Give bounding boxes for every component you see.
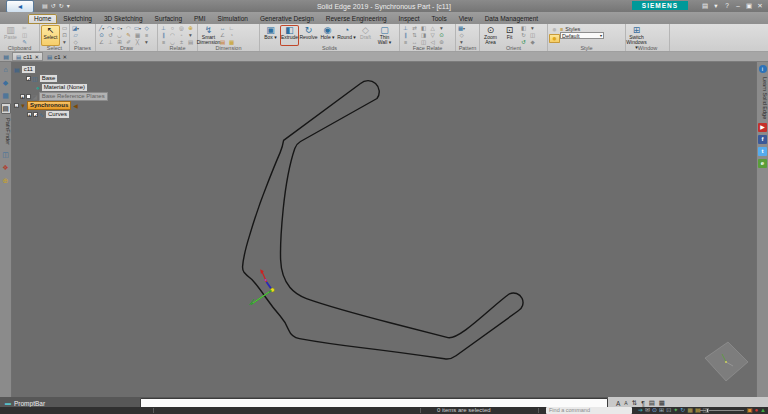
facebook-icon[interactable]: f [758,135,767,144]
close-tab-icon[interactable]: ✕ [63,54,68,60]
extrude-button[interactable]: ◧Extrude [280,25,299,46]
save-icon[interactable]: ▤ [42,1,48,11]
hole-button[interactable]: ◉Hole ▾ [318,25,337,46]
tab-tools[interactable]: Tools [425,14,452,24]
undo-icon[interactable]: ↺ [51,1,56,11]
smart-dimension-button[interactable]: ↯Smart Dimension [199,25,218,46]
shaded-style-icon[interactable]: ● [549,25,560,34]
mirror-pattern-icon[interactable]: ◇ [457,32,466,39]
tree-checkbox[interactable]: ✓ [26,76,31,81]
line-tool-icon[interactable]: ╱▾ [97,25,106,32]
rectangular-pattern-icon[interactable]: ▦▾ [457,25,466,32]
circle-tool-icon[interactable]: ○▾ [115,25,124,32]
round-button[interactable]: ◔Round ▾ [337,25,356,46]
pencil-tool-icon[interactable]: ✎ [124,32,133,39]
tab-home[interactable]: Home [28,14,57,24]
draft-button[interactable]: ◇Draft [356,25,375,46]
face-down-icon[interactable]: ▽ [428,32,437,39]
lock-relation-icon[interactable]: ⊕ [186,25,195,32]
curve-tool-icon[interactable]: ◡ [115,32,124,39]
switch-windows-button[interactable]: ⊞Switch Windows ▾ [627,25,646,46]
redo-icon[interactable]: ↻ [59,1,64,11]
copy-icon[interactable]: ◫ [20,32,29,39]
tree-expander-icon[interactable]: − [14,103,19,108]
info-icon[interactable]: i [759,65,767,73]
tree-checkbox[interactable]: ✓ [33,112,38,117]
zoom-area-icon[interactable]: ⊞ [659,407,664,414]
tab-view[interactable]: View [453,14,479,24]
select-fence-icon[interactable]: ⊡ [60,32,69,39]
style-select[interactable]: Default▾ [560,32,604,39]
layers-icon[interactable]: ▦ [1,90,11,101]
family-of-parts-icon[interactable]: ❖ [1,162,11,173]
scroll-icon[interactable]: ⇅ [632,399,637,407]
revolve-button[interactable]: ↻Revolve [299,25,318,46]
zoom-slider[interactable] [700,410,744,411]
face-align-icon[interactable]: ⇅ [410,32,419,39]
tree-item-label[interactable]: c11 [21,65,36,74]
box-button[interactable]: ▣Box ▾ [261,25,280,46]
customize-ribbon-icon[interactable]: ▤ [701,1,709,11]
distance-between-icon[interactable]: ↔ [218,25,227,32]
point-tool-icon[interactable]: ⊙ [97,32,106,39]
face-ground-icon[interactable]: ⊙ [437,32,446,39]
grid-icon[interactable]: ▦ [659,399,665,407]
concentric-relation-icon[interactable]: ◠ [168,32,177,39]
tab-generative-design[interactable]: Generative Design [254,14,320,24]
cut-icon[interactable]: ✂ [20,25,29,32]
close-tab-icon[interactable]: ✕ [34,54,39,60]
angle-between-icon[interactable]: ∠ [218,32,227,39]
prompt-assistant-icon[interactable]: ⌂ [1,64,11,75]
dock-icon[interactable]: ▤ [649,399,655,407]
rotate-icon[interactable]: ↻ [680,407,685,414]
face-left-icon[interactable]: ◧ [419,25,428,32]
document-tab-c1[interactable]: ▤c1✕ [43,52,71,61]
horizontal-relation-icon[interactable]: ◦ [177,32,186,39]
pathfinder-item-c11[interactable]: ▤c11 [13,65,108,74]
feature-library-icon[interactable]: ◫ [1,149,11,160]
tab-surfacing[interactable]: Surfacing [149,14,188,24]
twitter-icon[interactable]: t [758,147,767,156]
pathfinder-item-base[interactable]: ✓◫Base [13,74,108,83]
tree-item-label[interactable]: Synchronous [27,101,71,110]
connect-relation-icon[interactable]: ◎ [177,25,186,32]
tab-3d-sketching[interactable]: 3D Sketching [98,14,149,24]
sketch-view-icon[interactable]: ◫ [528,32,537,39]
quick-access-dropdown-icon[interactable]: ▾ [67,1,70,11]
styles-button[interactable]: ≡Styles [560,25,604,32]
arc-tool-icon[interactable]: ◠▾ [106,25,115,32]
command-finder-icon[interactable]: ◆ [1,77,11,88]
diameter-dimension-icon[interactable]: ◔ [227,32,236,39]
tree-checkbox[interactable] [26,94,31,99]
view-style-icon[interactable]: ▦ [687,407,693,414]
left-dock-label[interactable]: PathFinder [1,118,11,145]
community-icon[interactable]: e [758,159,767,168]
command-arrow-icon[interactable]: ➔ [638,407,643,414]
app-button[interactable]: ◄ [6,0,34,13]
tree-item-label[interactable]: Material (None) [41,83,88,92]
fit-icon[interactable]: ⊡ [666,407,671,414]
document-tab-c11[interactable]: ▤c11✕ [12,52,43,61]
pattern-fill-icon[interactable]: ▦ [133,32,142,39]
find-command-input[interactable]: Find a command [546,407,632,414]
message-icon[interactable]: ✉ [645,407,650,414]
zoom-area-button[interactable]: ⊙Zoom Area [481,25,500,46]
plane-normal-icon[interactable]: ▱ [71,32,80,39]
zoom-icon[interactable]: ⊙ [652,407,657,414]
face-parallel-icon[interactable]: ∥ [401,32,410,39]
paste-button[interactable]: ▥Paste [1,25,20,46]
view-more-icon[interactable]: ▾ [528,25,537,32]
customization-icon[interactable]: ⊕ [1,175,11,186]
offset-tool-icon[interactable]: ≡ [142,32,151,39]
tab-reverse-engineering[interactable]: Reverse Engineering [320,14,393,24]
pathfinder-item-material-none-[interactable]: ●Material (None) [13,83,108,92]
minimize-ribbon-icon[interactable]: ▾ [712,1,720,11]
rotate-tool-icon[interactable]: ↺ [106,32,115,39]
shaded-edges-style-icon[interactable]: ● [549,34,560,43]
tab-simulation[interactable]: Simulation [212,14,254,24]
pathfinder-icon[interactable]: ▤ [1,103,11,114]
youtube-icon[interactable]: ▶ [758,123,767,132]
tree-item-label[interactable]: Base [39,74,59,83]
face-more-icon[interactable]: ▾ [437,25,446,32]
font-increase-icon[interactable]: A [616,400,620,407]
